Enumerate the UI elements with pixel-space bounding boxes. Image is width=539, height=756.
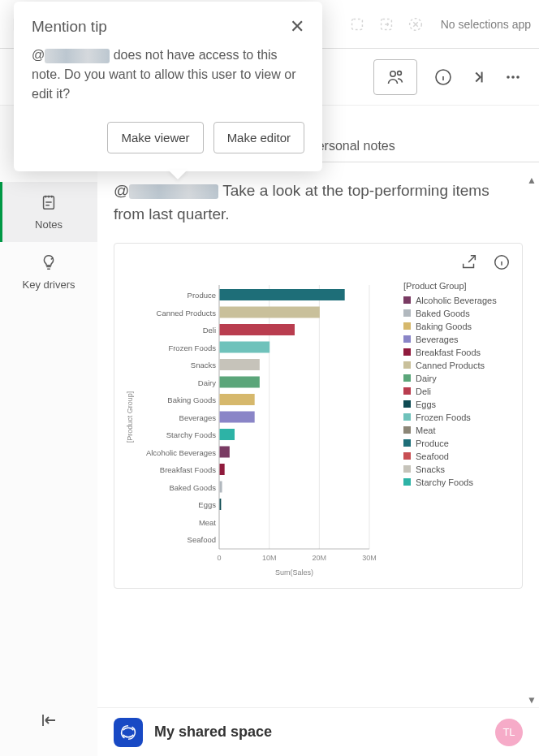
sidebar: Bookmarks Notes Key drivers [0,106,97,756]
legend-label: Alcoholic Beverages [416,296,497,305]
legend-item[interactable]: Seafood [403,451,511,461]
svg-rect-41 [220,446,230,457]
info-icon[interactable] [433,67,453,87]
sidebar-item-notes[interactable]: Notes [0,182,97,242]
legend-label: Eggs [416,400,436,409]
svg-text:Snacks: Snacks [191,361,216,369]
legend-swatch [403,309,411,317]
legend-swatch [403,452,411,460]
legend-item[interactable]: Meat [403,426,511,435]
selection-clear-icon[interactable] [404,13,427,36]
legend-label: Meat [416,426,435,435]
more-options-icon[interactable] [503,67,523,87]
collapse-sidebar-icon[interactable] [39,711,58,733]
chart-area: [Product Group]010M20M30MProduceCanned P… [126,281,511,581]
svg-rect-47 [220,499,222,510]
svg-text:Seafood: Seafood [188,535,216,544]
svg-rect-45 [220,481,222,492]
svg-text:Dairy: Dairy [198,378,216,387]
svg-text:Starchy Foods: Starchy Foods [166,430,216,439]
svg-point-9 [516,76,520,79]
legend-item[interactable]: Starchy Foods [403,477,511,487]
info-icon[interactable] [493,253,511,274]
chart-svg: [Product Group]010M20M30MProduceCanned P… [126,281,395,581]
legend-swatch [403,348,411,356]
lightbulb-icon [40,253,58,274]
selection-forward-icon[interactable] [375,13,398,36]
svg-rect-27 [220,324,295,335]
legend-item[interactable]: Deli [403,387,511,396]
make-editor-button[interactable]: Make editor [213,122,304,153]
svg-rect-29 [220,341,270,352]
svg-text:Alcoholic Beverages: Alcoholic Beverages [146,447,216,456]
svg-point-8 [511,76,515,79]
legend-label: Canned Products [416,361,485,370]
legend-label: Seafood [416,451,449,461]
legend-label: Starchy Foods [416,477,473,487]
legend-item[interactable]: Breakfast Foods [403,348,511,357]
svg-point-5 [398,71,402,75]
legend-item[interactable]: Eggs [403,400,511,409]
sidebar-item-label: Key drivers [22,279,75,291]
scroll-up-icon[interactable]: ▲ [527,175,537,186]
legend-label: Beverages [416,335,459,344]
svg-text:Sum(Sales): Sum(Sales) [275,568,313,577]
legend-item[interactable]: Frozen Foods [403,413,511,422]
legend-label: Baked Goods [416,309,470,318]
svg-rect-37 [220,411,255,422]
mention-redacted [129,184,218,199]
legend: [Product Group] Alcoholic BeveragesBaked… [403,281,511,581]
legend-item[interactable]: Snacks [403,464,511,474]
legend-swatch [403,413,411,421]
legend-item[interactable]: Dairy [403,374,511,383]
mention-redacted [45,49,110,63]
legend-item[interactable]: Canned Products [403,361,511,370]
legend-label: Dairy [416,374,437,383]
scroll-down-icon[interactable]: ▼ [527,694,537,706]
svg-text:Canned Products: Canned Products [157,308,217,317]
legend-swatch [403,426,411,434]
space-icon[interactable] [114,718,143,747]
legend-item[interactable]: Alcoholic Beverages [403,296,511,305]
legend-item[interactable]: Produce [403,438,511,448]
legend-swatch [403,400,411,408]
svg-rect-1 [352,19,363,29]
mention-tip-popover: Mention tip ✕ @ does not have access to … [14,2,322,171]
share-users-button[interactable] [373,59,417,95]
svg-rect-39 [220,429,235,440]
legend-label: Snacks [416,464,445,474]
legend-swatch [403,387,411,395]
close-icon[interactable]: ✕ [290,18,304,36]
notes-icon [40,193,58,214]
legend-swatch [403,374,411,382]
svg-text:Frozen Foods: Frozen Foods [168,343,216,352]
svg-text:20M: 20M [313,554,327,562]
collapse-panel-icon[interactable] [469,68,487,86]
avatar[interactable]: TL [495,719,523,746]
legend-header: [Product Group] [403,281,511,291]
export-icon[interactable] [460,253,478,274]
legend-swatch [403,361,411,369]
footer: My shared space TL [97,707,539,756]
svg-text:Produce: Produce [188,291,216,300]
legend-label: Deli [416,387,431,396]
notes-panel: Personal notes @ Take a look at the top-… [97,106,539,707]
legend-item[interactable]: Baked Goods [403,309,511,318]
legend-label: Frozen Foods [416,413,471,422]
svg-rect-33 [220,376,260,387]
sidebar-item-keydrivers[interactable]: Key drivers [0,242,97,302]
svg-text:30M: 30M [362,554,377,562]
svg-text:Meat: Meat [199,517,216,526]
legend-item[interactable]: Baking Goods [403,322,511,331]
space-name[interactable]: My shared space [154,724,272,741]
svg-text:Eggs: Eggs [198,500,216,509]
make-viewer-button[interactable]: Make viewer [107,122,203,153]
svg-text:Baked Goods: Baked Goods [169,482,216,491]
legend-item[interactable]: Beverages [403,335,511,344]
selection-tool-icon[interactable] [346,13,369,36]
legend-label: Produce [416,438,449,448]
legend-label: Breakfast Foods [416,348,481,357]
legend-swatch [403,478,411,486]
notes-body: @ Take a look at the top-performing item… [97,162,539,589]
legend-swatch [403,322,411,330]
